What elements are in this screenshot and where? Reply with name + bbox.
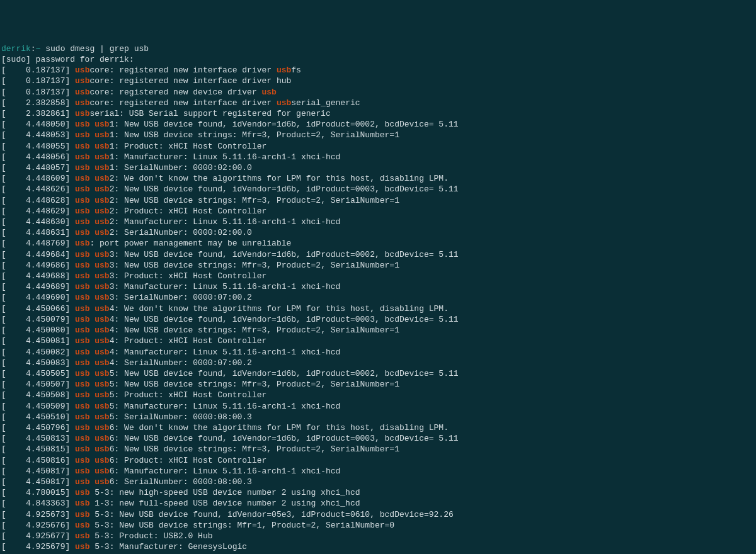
log-line: [ 4.450816] usb usb6: Product: xHCI Host…	[1, 455, 755, 466]
log-line: [ 4.448631] usb usb2: SerialNumber: 0000…	[1, 227, 755, 238]
log-line: [ 4.448630] usb usb2: Manufacturer: Linu…	[1, 217, 755, 227]
log-line: [ 4.448057] usb usb1: SerialNumber: 0000…	[1, 162, 755, 173]
log-line: [ 4.925679] usb 5-3: Manufacturer: Genes…	[1, 541, 755, 552]
log-line: [ 4.448053] usb usb1: New USB device str…	[1, 130, 755, 140]
log-line: [ 4.450066] usb usb4: We don't know the …	[1, 303, 755, 314]
log-line: [ 0.187137] usbcore: registered new inte…	[1, 76, 755, 86]
log-line: [ 4.450815] usb usb6: New USB device str…	[1, 444, 755, 455]
prompt-command: sudo dmesg | grep usb	[40, 44, 149, 54]
log-line: [ 4.450508] usb usb5: Product: xHCI Host…	[1, 390, 755, 400]
log-line: [ 4.925677] usb 5-3: Product: USB2.0 Hub	[1, 531, 755, 541]
log-line: [ 4.449686] usb usb3: New USB device str…	[1, 260, 755, 271]
log-line: [ 4.449689] usb usb3: Manufacturer: Linu…	[1, 281, 755, 292]
log-line: [ 4.448626] usb usb2: New USB device fou…	[1, 184, 755, 195]
log-line: [ 4.925676] usb 5-3: New USB device stri…	[1, 520, 755, 531]
log-line: [ 4.450510] usb usb5: SerialNumber: 0000…	[1, 412, 755, 422]
log-line: [ 4.448050] usb usb1: New USB device fou…	[1, 119, 755, 130]
log-line: [ 4.450509] usb usb5: Manufacturer: Linu…	[1, 401, 755, 412]
log-line: [ 0.187137] usbcore: registered new inte…	[1, 65, 755, 76]
log-line: [ 4.448056] usb usb1: Manufacturer: Linu…	[1, 152, 755, 162]
log-line: [ 4.448629] usb usb2: Product: xHCI Host…	[1, 206, 755, 217]
log-line: [ 4.843363] usb 1-3: new full-speed USB …	[1, 498, 755, 509]
log-line: [ 4.450083] usb usb4: SerialNumber: 0000…	[1, 358, 755, 368]
log-line: [ 4.450507] usb usb5: New USB device str…	[1, 379, 755, 390]
log-line: [ 4.449684] usb usb3: New USB device fou…	[1, 249, 755, 260]
log-line: [ 4.450796] usb usb6: We don't know the …	[1, 422, 755, 433]
log-line: [ 4.449688] usb usb3: Product: xHCI Host…	[1, 271, 755, 281]
log-line: [ 4.925673] usb 5-3: New USB device foun…	[1, 509, 755, 520]
prompt-line[interactable]: derrik:~ sudo dmesg | grep usb	[1, 43, 755, 54]
terminal-output: [ 0.187137] usbcore: registered new inte…	[1, 65, 755, 554]
log-line: [ 4.448609] usb usb2: We don't know the …	[1, 173, 755, 184]
log-line: [ 4.450082] usb usb4: Manufacturer: Linu…	[1, 347, 755, 358]
log-line: [ 4.780015] usb 5-3: new high-speed USB …	[1, 487, 755, 498]
sudo-password-prompt: [sudo] password for derrik:	[1, 55, 134, 64]
log-line: [ 4.450079] usb usb4: New USB device fou…	[1, 314, 755, 325]
log-line: [ 4.450813] usb usb6: New USB device fou…	[1, 433, 755, 444]
log-line: [ 4.448055] usb usb1: Product: xHCI Host…	[1, 141, 755, 152]
prompt-sep: :	[31, 44, 36, 54]
log-line: [ 0.187137] usbcore: registered new devi…	[1, 87, 755, 98]
log-line: [ 4.450081] usb usb4: Product: xHCI Host…	[1, 336, 755, 346]
log-line: [ 4.448769] usb: port power management m…	[1, 238, 755, 249]
log-line: [ 4.448628] usb usb2: New USB device str…	[1, 195, 755, 206]
log-line: [ 2.382861] usbserial: USB Serial suppor…	[1, 108, 755, 119]
prompt-user: derrik	[1, 44, 31, 54]
log-line: [ 2.382858] usbcore: registered new inte…	[1, 98, 755, 108]
log-line: [ 4.450817] usb usb6: Manufacturer: Linu…	[1, 466, 755, 477]
log-line: [ 4.450505] usb usb5: New USB device fou…	[1, 368, 755, 379]
log-line: [ 4.450817] usb usb6: SerialNumber: 0000…	[1, 477, 755, 487]
log-line: [ 4.450080] usb usb4: New USB device str…	[1, 325, 755, 336]
log-line: [ 4.449690] usb usb3: SerialNumber: 0000…	[1, 292, 755, 303]
